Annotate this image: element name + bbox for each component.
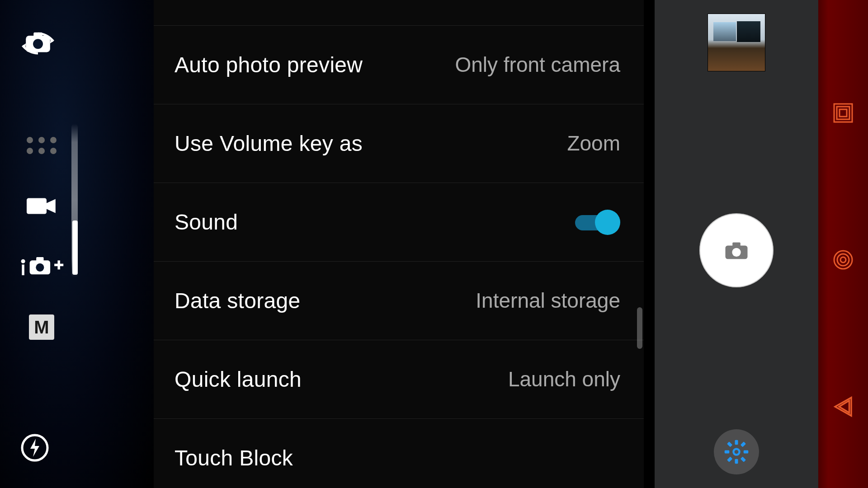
svg-rect-17: [735, 459, 738, 464]
mode-slider-indicator: [72, 221, 78, 275]
red-spiral-icon[interactable]: [830, 246, 857, 273]
open-settings-button[interactable]: [714, 429, 759, 474]
svg-point-30: [840, 257, 846, 263]
svg-point-4: [21, 259, 25, 263]
mode-manual[interactable]: M: [19, 313, 64, 342]
intelligent-auto-plus-icon: [19, 256, 64, 277]
video-icon: [25, 196, 58, 216]
svg-point-8: [36, 263, 44, 272]
svg-rect-3: [27, 198, 47, 214]
svg-rect-21: [741, 456, 746, 462]
svg-point-14: [732, 248, 741, 257]
last-photo-thumbnail[interactable]: [708, 14, 765, 71]
scroll-thumb[interactable]: [637, 307, 642, 349]
svg-point-29: [837, 254, 849, 266]
svg-rect-27: [840, 109, 847, 117]
camera-switch-button[interactable]: [18, 23, 58, 63]
svg-rect-20: [727, 441, 732, 447]
mode-list: M: [14, 131, 69, 342]
flash-button[interactable]: [18, 431, 52, 465]
flash-off-icon: [20, 433, 49, 462]
settings-row-quick-launch[interactable]: Quick launch Launch only: [154, 340, 644, 418]
settings-row-data-storage[interactable]: Data storage Internal storage: [154, 261, 644, 340]
mode-apps[interactable]: [19, 131, 64, 160]
svg-rect-19: [744, 450, 749, 454]
setting-value: Zoom: [567, 132, 620, 155]
svg-rect-23: [727, 456, 732, 462]
mode-intelligent-auto[interactable]: [19, 252, 64, 281]
svg-rect-16: [735, 440, 738, 445]
settings-row-volume-key[interactable]: Use Volume key as Zoom: [154, 104, 644, 183]
shutter-button[interactable]: [699, 213, 774, 287]
setting-label: Auto photo preview: [175, 52, 363, 77]
setting-label: Data storage: [175, 288, 300, 313]
manual-icon: M: [29, 314, 54, 340]
svg-rect-5: [22, 264, 24, 275]
sound-toggle[interactable]: [575, 210, 620, 235]
svg-rect-10: [57, 260, 60, 269]
setting-label: Quick launch: [175, 367, 302, 392]
red-square-icon[interactable]: [830, 99, 857, 127]
setting-label: Sound: [175, 210, 238, 235]
toggle-thumb: [595, 210, 620, 235]
svg-rect-26: [837, 107, 849, 119]
svg-rect-22: [741, 441, 746, 447]
right-control-column: [655, 0, 818, 488]
settings-row-peek: [154, 0, 644, 25]
svg-rect-18: [725, 450, 730, 454]
settings-row-touch-block[interactable]: Touch Block: [154, 418, 644, 488]
red-back-triangle-icon[interactable]: [830, 393, 857, 420]
setting-value: Only front camera: [455, 54, 620, 76]
camera-icon: [724, 239, 749, 261]
mode-video[interactable]: [19, 192, 64, 221]
settings-row-sound[interactable]: Sound: [154, 183, 644, 261]
svg-point-2: [33, 39, 43, 49]
apps-icon: [27, 137, 57, 154]
video-overlay-strip: [818, 0, 868, 488]
settings-row-auto-preview[interactable]: Auto photo preview Only front camera: [154, 25, 644, 104]
setting-label: Use Volume key as: [175, 131, 363, 156]
gear-icon: [724, 439, 749, 465]
setting-value: Launch only: [508, 368, 620, 391]
left-sidebar: M: [0, 0, 154, 488]
setting-value: Internal storage: [476, 290, 620, 312]
camera-app-root: M Auto photo preview Only front camera U…: [0, 0, 868, 488]
svg-rect-13: [732, 243, 741, 248]
setting-label: Touch Block: [175, 446, 293, 470]
camera-switch-icon: [20, 29, 56, 57]
svg-point-24: [735, 450, 739, 454]
svg-rect-7: [36, 257, 43, 262]
settings-panel: Auto photo preview Only front camera Use…: [154, 0, 644, 488]
